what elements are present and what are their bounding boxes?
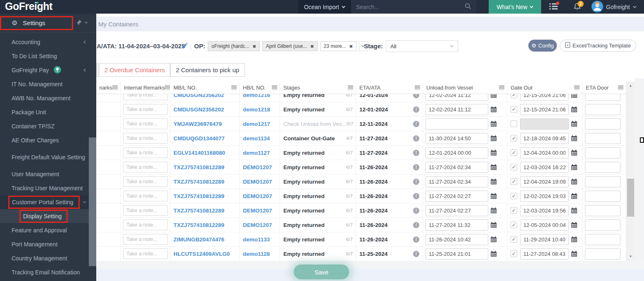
sidebar-item-country-management[interactable]: Country Management: [0, 251, 96, 265]
tab-containers-to-pick-up[interactable]: 2 Containers to pick up: [170, 63, 245, 77]
mbl-link[interactable]: TXZJ757410812289: [170, 164, 224, 170]
sidebar-item-tracking-email-notification[interactable]: Tracking Email Notification: [0, 265, 96, 279]
edit-pencil-icon[interactable]: [182, 43, 188, 50]
scroll-down-arrow[interactable]: ▼: [626, 255, 635, 258]
note-input[interactable]: [123, 191, 168, 201]
hbl-link[interactable]: demo1217: [240, 121, 270, 127]
note-input[interactable]: [123, 205, 168, 216]
eta-door-input[interactable]: [585, 234, 620, 245]
note-input[interactable]: [123, 248, 168, 259]
hbl-link[interactable]: demo1134: [240, 135, 270, 142]
column-menu-icon[interactable]: [272, 85, 277, 90]
mbl-link[interactable]: CMDUQGD1344077: [170, 135, 225, 142]
whats-new-button[interactable]: What’s New: [489, 0, 541, 14]
info-icon[interactable]: !: [413, 179, 419, 185]
mbl-link[interactable]: CMDUSGN2356202: [170, 94, 224, 98]
calendar-icon[interactable]: [571, 208, 577, 214]
hbl-link[interactable]: demo1128: [240, 251, 270, 257]
note-input[interactable]: [123, 234, 168, 245]
calendar-icon[interactable]: [571, 135, 577, 142]
scroll-up-arrow[interactable]: ▲: [626, 84, 635, 87]
eta-door-input[interactable]: [585, 94, 620, 101]
table-scrollbar[interactable]: ▲ ▼: [626, 81, 635, 261]
mbl-link[interactable]: YMJAW236976479: [170, 121, 222, 127]
excel-tracking-template-button[interactable]: x Excel/Tracking Template: [560, 40, 636, 52]
gate-out-checkbox[interactable]: ✓: [511, 106, 517, 113]
info-icon[interactable]: !: [413, 164, 419, 170]
note-input[interactable]: [123, 104, 168, 115]
eta-door-input[interactable]: [585, 220, 620, 231]
calendar-icon[interactable]: [490, 121, 497, 127]
avatar[interactable]: [592, 1, 603, 12]
sidebar-header-settings[interactable]: ⚙ Settings: [0, 14, 96, 33]
calendar-icon[interactable]: [490, 106, 497, 113]
note-input[interactable]: [123, 176, 168, 187]
calendar-icon[interactable]: [490, 94, 497, 98]
remove-chip-icon[interactable]: ✖: [310, 44, 314, 49]
mbl-link[interactable]: CMDUSGN2356202: [170, 106, 224, 113]
op-chip[interactable]: April Gilbert (use... ✖: [262, 41, 318, 51]
gate-out-date-input[interactable]: [520, 162, 569, 173]
gate-out-date-input[interactable]: [520, 234, 569, 245]
eta-door-input[interactable]: [585, 176, 620, 187]
hbl-link[interactable]: demo1218: [240, 106, 270, 113]
info-icon[interactable]: !: [413, 106, 419, 113]
mbl-link[interactable]: TXZJ757410812289: [170, 193, 224, 199]
activity-list-button[interactable]: [549, 3, 558, 12]
info-icon[interactable]: !: [413, 150, 419, 156]
gate-out-checkbox[interactable]: ✓: [511, 236, 517, 243]
mbl-link[interactable]: TXZJ757410812289: [170, 179, 224, 185]
hbl-link[interactable]: demo1216: [240, 94, 270, 98]
pin-icon[interactable]: [76, 19, 82, 28]
sidebar-item-container-tp-sz[interactable]: Container TP/SZ: [0, 119, 96, 133]
hbl-link[interactable]: DEMO1207: [240, 208, 272, 214]
unload-date-input[interactable]: [425, 248, 488, 260]
note-input[interactable]: [123, 133, 168, 144]
eta-door-input[interactable]: [585, 162, 620, 173]
calendar-icon[interactable]: [571, 236, 577, 243]
eta-door-input[interactable]: [585, 118, 620, 130]
eta-door-input[interactable]: [585, 104, 620, 115]
remove-chip-icon[interactable]: ✖: [252, 44, 256, 49]
sidebar-item-it-no-management[interactable]: IT No. Management: [0, 77, 96, 91]
hbl-link[interactable]: demo1133: [240, 236, 270, 243]
gate-out-checkbox[interactable]: ✓: [511, 222, 517, 228]
column-menu-icon[interactable]: [112, 85, 118, 90]
tab-overdue-containers[interactable]: 2 Overdue Containers: [99, 63, 170, 77]
collapse-chevron-icon[interactable]: [84, 20, 88, 24]
sidebar-scrollbar-thumb[interactable]: [89, 137, 96, 266]
unload-date-input[interactable]: [425, 220, 488, 231]
op-chip[interactable]: oFreight (hardc... ✖: [208, 41, 260, 51]
calendar-icon[interactable]: [571, 193, 577, 199]
unload-date-input[interactable]: [425, 234, 488, 245]
unload-date-input[interactable]: [425, 176, 488, 187]
unload-date-input[interactable]: [425, 133, 488, 144]
sidebar-item-accounting[interactable]: Accounting: [0, 35, 96, 49]
sidebar-item-gofreight-pay[interactable]: GoFreight Pay: [0, 63, 96, 77]
gate-out-checkbox[interactable]: ✓: [511, 164, 517, 170]
hbl-link[interactable]: DEMO1207: [240, 193, 272, 199]
calendar-icon[interactable]: [490, 236, 497, 243]
gate-out-date-input[interactable]: [520, 147, 569, 158]
notifications-bell-button[interactable]: 2: [573, 3, 581, 12]
eta-door-input[interactable]: [585, 248, 620, 260]
hbl-link[interactable]: DEMO1207: [240, 222, 272, 228]
note-input[interactable]: [123, 162, 168, 172]
gate-out-checkbox[interactable]: ✓: [511, 250, 517, 257]
mbl-link[interactable]: TXZJ757410812289: [170, 208, 224, 214]
calendar-icon[interactable]: [490, 193, 497, 199]
mbl-link[interactable]: EGLV141401168080: [170, 150, 225, 156]
gate-out-date-input[interactable]: [520, 118, 569, 130]
info-icon[interactable]: !: [413, 208, 419, 214]
note-input[interactable]: [123, 118, 168, 129]
calendar-icon[interactable]: [571, 94, 577, 98]
column-menu-icon[interactable]: [231, 85, 237, 90]
calendar-icon[interactable]: [490, 135, 497, 142]
save-button[interactable]: Save: [294, 264, 349, 279]
note-input[interactable]: [123, 220, 168, 230]
gate-out-date-input[interactable]: [520, 94, 569, 101]
sidebar-item-ae-other-charges[interactable]: AE Other Charges: [0, 133, 96, 147]
sidebar-item-to-do-list-setting[interactable]: To Do List Setting: [0, 49, 96, 63]
column-menu-icon[interactable]: [574, 85, 580, 90]
sidebar-item-awb-no-management[interactable]: AWB No. Management: [0, 91, 96, 105]
